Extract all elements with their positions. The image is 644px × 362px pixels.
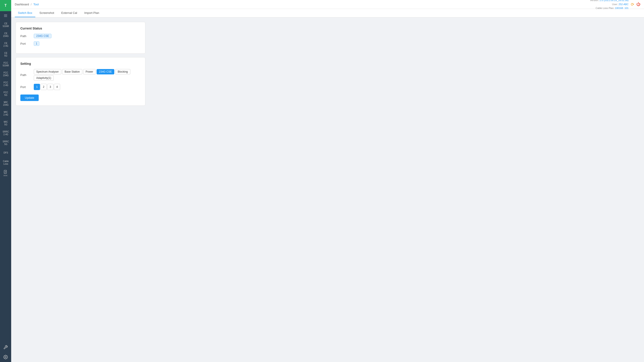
sidebar-item-cable-loss[interactable]: Cable Loss <box>0 158 11 168</box>
sidebar-item-fcc-5gnr[interactable]: FCC 5GNR <box>0 59 11 69</box>
path-btn-blocking[interactable]: Blocking <box>115 69 130 74</box>
tab-import-plan[interactable]: Import Plan <box>81 9 102 17</box>
sidebar-item-dfs[interactable]: DFS <box>0 148 11 158</box>
update-button[interactable]: Update <box>20 94 39 101</box>
sidebar-item-ce-5gnr[interactable]: CE 5GNR <box>0 20 11 30</box>
port-btn-2[interactable]: 2 <box>40 84 47 90</box>
version-label: Version: <box>590 0 599 1</box>
setting-port-label: Port <box>20 85 34 89</box>
tab-switch-box[interactable]: Switch Box <box>15 9 35 17</box>
svg-rect-3 <box>4 170 6 174</box>
sidebar-item-fcc-234g[interactable]: FCC 234G <box>0 69 11 79</box>
current-path-value: 234G CSE <box>34 34 52 38</box>
current-port-label: Port <box>20 42 34 45</box>
current-port-value: 1 <box>34 41 39 46</box>
sidebar-item-mic-234g[interactable]: MIC 234G <box>0 99 11 109</box>
svg-point-7 <box>5 357 6 358</box>
app-logo: T <box>0 0 11 11</box>
breadcrumb-separator: / <box>31 3 32 6</box>
sidebar-item-fcc-24g[interactable]: FCC 2.4G <box>0 79 11 89</box>
user-value: 252-ABC <box>618 3 628 5</box>
path-options: Spectrum Analyser Base Station Power 234… <box>34 69 141 81</box>
topbar: Dashboard / Tool Version: 2.0 (2021.09.2… <box>11 0 644 9</box>
refresh-icon[interactable]: ⟳ <box>631 2 634 7</box>
topbar-right: Version: 2.0 (2021.09.29_16.02.58) User:… <box>590 0 640 10</box>
main-area: Dashboard / Tool Version: 2.0 (2021.09.2… <box>11 0 644 362</box>
path-btn-adaptivity1[interactable]: Adaptivity(1) <box>34 75 54 81</box>
sidebar-item-ce-24g[interactable]: CE 2.4G <box>0 40 11 50</box>
sidebar-item-srrc-5g[interactable]: SRRC 5G <box>0 138 11 148</box>
port-options: 1 2 3 4 <box>34 84 60 90</box>
current-status-card: Current Status Path 234G CSE Port 1 <box>16 22 145 54</box>
path-btn-power[interactable]: Power <box>83 69 96 74</box>
sidebar-settings-icon[interactable] <box>0 352 11 362</box>
sidebar-item-fcc-5g[interactable]: FCC 5G <box>0 89 11 99</box>
sidebar-doc-icon[interactable]: DOC <box>0 168 11 179</box>
version-info: Version: 2.0 (2021.09.29_16.02.58) User:… <box>590 0 628 10</box>
current-path-row: Path 234G CSE <box>20 34 141 38</box>
tab-external-cal[interactable]: External Cal <box>58 9 80 17</box>
port-btn-1[interactable]: 1 <box>34 84 40 90</box>
breadcrumb-tool: Tool <box>33 3 39 6</box>
tab-screenshot[interactable]: Screenshot <box>36 9 57 17</box>
port-btn-3[interactable]: 3 <box>47 84 54 90</box>
setting-path-label: Path <box>20 73 34 77</box>
user-label: User: <box>612 3 618 5</box>
tabbar: Switch Box Screenshot External Cal Impor… <box>11 9 644 17</box>
setting-path-row: Path Spectrum Analyser Base Station Powe… <box>20 69 141 81</box>
breadcrumb-dashboard: Dashboard <box>15 3 29 6</box>
sidebar-item-srrc-24g[interactable]: SRRC 2.4G <box>0 128 11 138</box>
path-btn-spectrum-analyser[interactable]: Spectrum Analyser <box>34 69 61 74</box>
sidebar-tools-icon[interactable] <box>0 342 11 352</box>
port-btn-4[interactable]: 4 <box>54 84 60 90</box>
breadcrumb: Dashboard / Tool <box>15 3 39 6</box>
setting-title: Setting <box>20 62 141 65</box>
setting-port-row: Port 1 2 3 4 <box>20 84 141 90</box>
sidebar-item-ce-234g[interactable]: CE 234G <box>0 30 11 40</box>
menu-icon[interactable] <box>0 11 11 20</box>
setting-card: Setting Path Spectrum Analyser Base Stat… <box>16 57 145 106</box>
path-btn-234g-cse[interactable]: 234G CSE <box>96 69 114 74</box>
content-area: Current Status Path 234G CSE Port 1 Sett… <box>11 17 644 362</box>
current-status-title: Current Status <box>20 26 141 30</box>
path-btn-base-station[interactable]: Base Station <box>62 69 82 74</box>
sidebar-item-mic-24g[interactable]: MIC 2.4G <box>0 109 11 118</box>
power-icon[interactable]: ⏻ <box>636 2 640 7</box>
sidebar-item-ce-5g[interactable]: CE 5G <box>0 50 11 59</box>
current-path-label: Path <box>20 34 34 38</box>
current-port-row: Port 1 <box>20 41 141 46</box>
sidebar-item-mic-5g[interactable]: MIC 5G <box>0 118 11 128</box>
sidebar: T CE 5GNR CE 234G CE 2.4G CE 5G FCC 5GNR… <box>0 0 11 362</box>
version-value: 2.0 (2021.09.29_16.02.58) <box>600 0 628 1</box>
